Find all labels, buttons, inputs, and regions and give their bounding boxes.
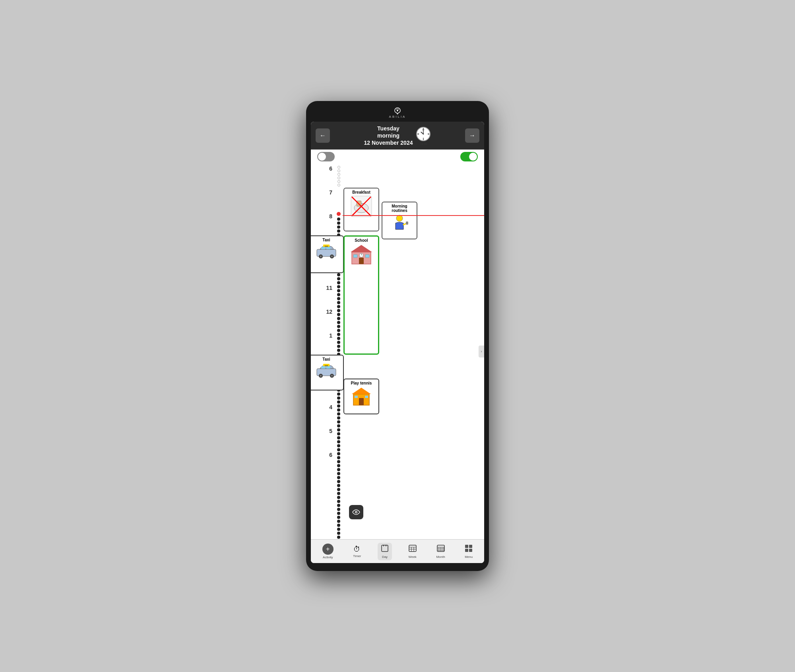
dot xyxy=(337,456,340,459)
svg-rect-72 xyxy=(465,549,468,552)
dot xyxy=(337,516,340,519)
day-label: Day xyxy=(382,555,388,559)
month-label: Month xyxy=(436,555,445,559)
play-tennis-event[interactable]: Play tennis xyxy=(343,379,379,414)
svg-rect-71 xyxy=(469,545,472,548)
current-time-dot xyxy=(337,212,341,216)
dot xyxy=(337,313,340,316)
dot xyxy=(337,528,340,531)
toggle-row xyxy=(311,150,484,164)
current-time-line xyxy=(343,215,484,216)
dot xyxy=(337,416,340,420)
svg-text:6: 6 xyxy=(423,138,424,140)
dot-hollow xyxy=(337,169,340,172)
svg-marker-48 xyxy=(352,388,371,394)
nav-activity[interactable]: + Activity xyxy=(319,542,337,561)
nav-menu[interactable]: Menu xyxy=(461,543,476,560)
dot xyxy=(337,520,340,523)
svg-point-25 xyxy=(320,256,322,257)
dot xyxy=(337,277,340,280)
hour-8: 8 xyxy=(311,212,335,235)
dot xyxy=(337,281,340,284)
dot xyxy=(337,301,340,304)
dot xyxy=(337,468,340,471)
activity-label: Activity xyxy=(323,555,333,559)
week-label: Week xyxy=(409,555,417,559)
hour-11: 11 xyxy=(311,283,335,307)
clock-widget: 12 3 6 9 08:00 xyxy=(416,126,431,145)
nav-day[interactable]: Day xyxy=(378,543,392,560)
school-event[interactable]: School xyxy=(343,235,379,355)
dot-hollow xyxy=(337,180,340,183)
dot xyxy=(337,420,340,423)
dot xyxy=(337,345,340,348)
svg-rect-34 xyxy=(365,254,369,258)
dot-hollow xyxy=(337,177,340,179)
prev-button[interactable]: ← xyxy=(316,128,330,143)
right-expand-button[interactable]: › xyxy=(479,346,484,357)
dot xyxy=(337,484,340,487)
dot xyxy=(337,293,340,296)
activity-add-button[interactable]: + xyxy=(322,544,334,555)
title-line3: 12 November 2024 xyxy=(364,139,413,146)
dot xyxy=(337,337,340,340)
dot xyxy=(337,436,340,439)
svg-text:9: 9 xyxy=(418,133,419,135)
svg-rect-51 xyxy=(365,396,368,398)
svg-rect-70 xyxy=(465,545,468,548)
school-label: School xyxy=(355,238,368,243)
title-line2: morning xyxy=(364,132,413,139)
dot xyxy=(337,396,340,400)
dot xyxy=(337,305,340,308)
play-tennis-label: Play tennis xyxy=(351,381,372,385)
taxi-morning-event[interactable]: Taxi xyxy=(311,235,344,273)
next-button[interactable]: → xyxy=(465,128,479,143)
nav-timer[interactable]: ⏱ Timer xyxy=(350,544,364,559)
dot-hollow xyxy=(337,173,340,176)
dot xyxy=(337,496,340,499)
svg-rect-50 xyxy=(355,396,358,398)
week-icon xyxy=(409,544,417,554)
toggle-right[interactable] xyxy=(460,152,478,161)
taxi-afternoon-event[interactable]: Taxi TAXI xyxy=(311,355,344,390)
eye-icon xyxy=(352,509,360,515)
svg-point-27 xyxy=(331,256,333,257)
svg-point-0 xyxy=(397,110,398,111)
clock-time: 08:00 xyxy=(420,142,427,145)
svg-rect-57 xyxy=(409,545,416,552)
nav-week[interactable]: Week xyxy=(405,543,420,560)
svg-marker-31 xyxy=(351,245,372,252)
dot xyxy=(337,317,340,320)
svg-rect-33 xyxy=(353,254,357,258)
month-icon xyxy=(437,544,445,554)
svg-rect-73 xyxy=(469,549,472,552)
hour-5: 5 xyxy=(311,426,335,450)
dot xyxy=(337,432,340,435)
svg-point-44 xyxy=(331,375,333,377)
play-tennis-emoji xyxy=(350,386,372,407)
taxi-afternoon-emoji: TAXI xyxy=(315,362,337,379)
school-emoji xyxy=(349,243,373,266)
dot xyxy=(337,289,340,292)
screen: ← Tuesday morning 12 November 2024 xyxy=(311,122,484,563)
toggle-left[interactable] xyxy=(317,152,335,161)
morning-routines-event[interactable]: Morning routines xyxy=(382,202,417,239)
taxi-morning-label: Taxi xyxy=(322,238,330,242)
dot xyxy=(337,536,340,539)
nav-month[interactable]: Month xyxy=(433,543,448,560)
dot xyxy=(337,392,340,396)
eye-button[interactable] xyxy=(349,505,363,519)
hour-4: 4 xyxy=(311,402,335,426)
time-column: 6 7 8 9 10 11 12 1 2 3 4 5 6 xyxy=(311,164,335,539)
events-area: Breakfast xyxy=(343,164,484,539)
dot xyxy=(337,532,340,535)
hour-6-2: 6 xyxy=(311,450,335,474)
menu-icon xyxy=(465,544,473,554)
brand-icon xyxy=(393,107,402,115)
svg-text:3: 3 xyxy=(428,133,429,135)
hour-1: 1 xyxy=(311,331,335,355)
svg-rect-20 xyxy=(406,221,408,225)
morning-routines-emoji xyxy=(390,214,409,235)
breakfast-emoji xyxy=(350,195,372,220)
breakfast-event[interactable]: Breakfast xyxy=(343,188,379,231)
